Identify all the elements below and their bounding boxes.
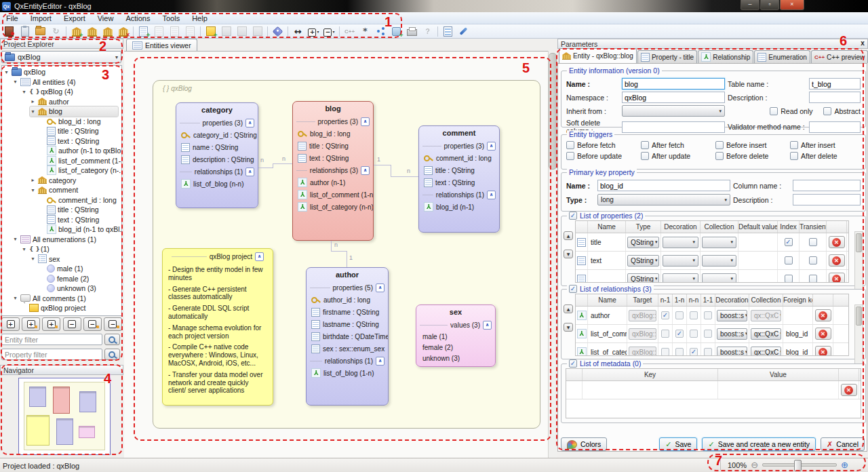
collapse-button[interactable]: ∧ [376, 357, 384, 366]
expander-icon[interactable]: ▾ [30, 109, 36, 115]
parameters-close-icon[interactable]: x [859, 39, 867, 47]
collapse-button[interactable]: ∧ [483, 321, 492, 330]
tree-item-title-qstring[interactable]: title : QString [39, 126, 121, 136]
entity-author[interactable]: authorproperties (5)∧author_id : longfir… [306, 267, 389, 406]
edit-entity-button[interactable] [85, 25, 99, 37]
collapse-button[interactable]: ∧ [376, 283, 384, 292]
colors-button[interactable]: Colors [561, 437, 607, 451]
decoration-dropdown[interactable]: ▾ [663, 255, 698, 267]
entity-category[interactable]: categoryproperties (3)∧category_id : QSt… [176, 102, 258, 208]
collapse-button[interactable]: ∧ [487, 191, 496, 199]
menu-file[interactable]: File [0, 14, 24, 23]
tree-item-list-of-comment-1[interactable]: list_of_comment (1-... [39, 156, 121, 166]
refresh-button[interactable]: ↻ [49, 25, 63, 37]
tree-item-text-qstring[interactable]: text : QString [39, 215, 121, 225]
index-checkbox[interactable] [785, 256, 793, 264]
entity-sex[interactable]: sexvalues (3)∧male (1)female (2)unknown … [416, 304, 496, 367]
collapse-all-button[interactable]: − [63, 317, 81, 331]
collapse-button[interactable]: ∧ [487, 142, 496, 151]
decoration-dropdown[interactable]: boost::s▾ [717, 328, 747, 340]
cancel-button[interactable]: ✗Cancel [821, 437, 865, 451]
expander-icon[interactable]: ▾ [30, 256, 36, 262]
collapse-button[interactable]: ∧ [255, 252, 264, 261]
expand-properties-button[interactable]: + [42, 317, 60, 331]
quit-button[interactable] [2, 25, 16, 37]
delete-button[interactable]: × [829, 236, 845, 248]
trigger-after-insert[interactable]: After insert [790, 141, 861, 149]
cardinality-1-n-checkbox[interactable] [675, 311, 684, 319]
cardinality-n-n-checkbox[interactable] [690, 330, 698, 338]
tree-item-text-qstring[interactable]: text : QString [39, 136, 121, 146]
transient-checkbox[interactable] [809, 275, 817, 283]
cardinality-n-1-checkbox[interactable] [661, 330, 669, 338]
description-input[interactable] [809, 92, 861, 103]
tree-item-unknown-3[interactable]: unknown (3) [39, 283, 121, 294]
expander-icon[interactable]: ▾ [21, 89, 27, 95]
tree-item-author-n-1-to-qxblo[interactable]: author (n-1 to qxBlo... [39, 146, 121, 156]
index-checkbox[interactable]: ✓ [785, 238, 793, 246]
collapse-entities-button[interactable]: − [83, 317, 102, 331]
delete-button[interactable]: × [841, 384, 857, 396]
tab-enumeration[interactable]: Enumeration [754, 50, 810, 63]
tree-item-qxblog-4[interactable]: ▾{ }qxBlog (4) [21, 87, 121, 97]
tree-item-comment-id-long[interactable]: comment_id : long [39, 195, 121, 205]
cardinality-1-1-checkbox[interactable] [704, 330, 712, 338]
tab-entities-viewer[interactable]: Entities viewer [126, 39, 197, 52]
type-dropdown[interactable]: QString▾ [627, 255, 659, 267]
project-properties-button[interactable] [18, 25, 32, 37]
namespace-input[interactable] [622, 92, 725, 103]
report-button[interactable] [441, 25, 455, 37]
pk-type-dropdown[interactable]: long▾ [597, 194, 730, 205]
collapse-properties-button[interactable]: − [104, 317, 122, 331]
tree-item-all-enumerations-1[interactable]: ▾All enumerations (1) [12, 235, 121, 245]
collection-dropdown[interactable]: qx::QxC▾ [751, 310, 781, 321]
decoration-dropdown[interactable]: ▾ [663, 237, 698, 248]
add-comment-button[interactable]: + [203, 25, 218, 37]
zoom-slider[interactable] [762, 463, 837, 467]
trigger-after-update[interactable]: After update [641, 152, 711, 160]
tab-property-title[interactable]: Property - title [637, 50, 697, 63]
tree-item-1[interactable]: ▾{ }(1) [21, 244, 121, 254]
cardinality-n-1-checkbox[interactable]: ✓ [661, 311, 669, 319]
tree-item-blog[interactable]: ▾blog [30, 106, 118, 117]
save-button[interactable]: ✓Save [659, 437, 697, 451]
pk-column-input[interactable] [793, 180, 861, 191]
expander-icon[interactable]: ▾ [3, 69, 9, 75]
delete-entity-button[interactable]: × [116, 25, 130, 37]
target-dropdown[interactable]: qxBlog::▾ [629, 347, 656, 357]
expand-entities-button[interactable]: + [22, 317, 40, 331]
trigger-after-delete[interactable]: After delete [790, 152, 861, 160]
fit-width-button[interactable]: ↔ [291, 25, 305, 37]
duplicate-enumeration-button[interactable] [167, 25, 182, 37]
index-checkbox[interactable] [785, 275, 793, 283]
collapse-button[interactable]: ∧ [245, 168, 254, 176]
tree-item-blog-id-long[interactable]: blog_id : long [39, 117, 121, 127]
trigger-before-update[interactable]: Before update [566, 152, 637, 160]
menu-export[interactable]: Export [58, 14, 92, 23]
open-project-button[interactable] [33, 25, 47, 37]
properties-table-scrollbar[interactable] [854, 231, 863, 294]
tab-entity-qxblog-blog[interactable]: Entity - qxBlog::blog [559, 48, 637, 63]
relationships-group-checkbox[interactable]: ✓ [569, 285, 577, 293]
property-filter-input[interactable] [1, 349, 102, 360]
add-enumeration-button[interactable]: + [136, 25, 151, 37]
trigger-before-delete[interactable]: Before delete [715, 152, 786, 160]
cardinality-1-1-checkbox[interactable] [704, 348, 712, 356]
minimize-button[interactable]: – [741, 0, 760, 10]
inherit-from-dropdown[interactable]: ▾ [622, 105, 725, 117]
type-dropdown[interactable]: QString▾ [627, 273, 659, 283]
menu-help[interactable]: Help [186, 14, 214, 23]
decoration-dropdown[interactable]: boost::s▾ [717, 310, 747, 321]
transient-checkbox[interactable] [809, 256, 817, 264]
tree-item-sex[interactable]: ▾sex [30, 254, 121, 264]
expander-icon[interactable]: ▸ [30, 98, 36, 104]
relationships-table-scrollbar[interactable] [854, 304, 863, 367]
entity-comment[interactable]: commentproperties (3)∧comment_id : longt… [418, 125, 500, 233]
zoom-out-button[interactable]: ⊖ [751, 460, 758, 469]
collection-dropdown[interactable]: ▾ [702, 255, 736, 267]
menu-view[interactable]: View [92, 14, 120, 23]
navigator-thumbnail[interactable] [18, 378, 111, 455]
help-button[interactable]: ? [420, 25, 435, 37]
cardinality-n-n-checkbox[interactable]: ✓ [690, 348, 698, 356]
tree-item-blog-id-n-1-to-qxbl[interactable]: blog_id (n-1 to qxBl... [39, 224, 121, 235]
